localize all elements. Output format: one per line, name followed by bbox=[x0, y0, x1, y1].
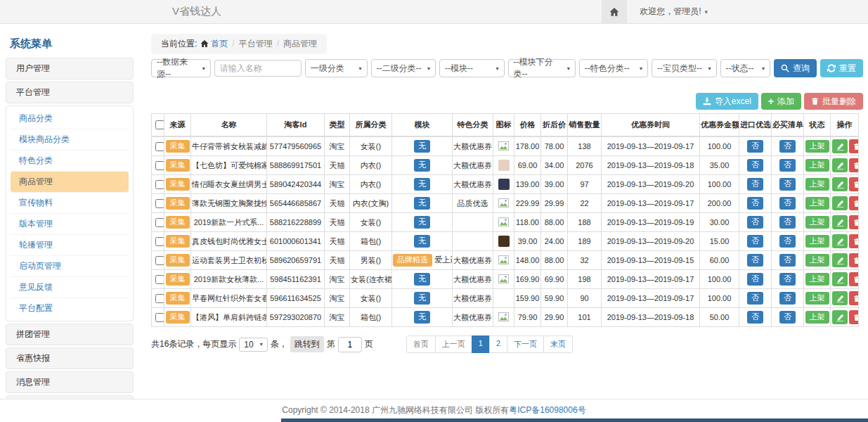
status-badge[interactable]: 上架 bbox=[805, 292, 829, 304]
import-select-toggle[interactable]: 否 bbox=[747, 254, 763, 266]
batch-delete-button[interactable]: 批量删除 bbox=[804, 93, 863, 110]
status-badge[interactable]: 上架 bbox=[805, 235, 829, 247]
sidebar-item[interactable]: 用户管理 bbox=[6, 58, 134, 79]
sidebar-subitem[interactable]: 模块商品分类 bbox=[11, 129, 129, 151]
filter-select[interactable]: --二级分类--▾ bbox=[371, 59, 436, 77]
must-buy-toggle[interactable]: 否 bbox=[779, 292, 796, 304]
sidebar-subitem[interactable]: 启动页管理 bbox=[11, 256, 129, 277]
row-checkbox[interactable] bbox=[155, 294, 164, 303]
must-buy-toggle[interactable]: 否 bbox=[779, 197, 796, 209]
sidebar-item[interactable]: 拼团管理 bbox=[6, 324, 134, 345]
sidebar-subitem[interactable]: 轮播管理 bbox=[11, 235, 129, 256]
must-buy-toggle[interactable]: 否 bbox=[779, 311, 796, 323]
delete-button[interactable] bbox=[849, 253, 859, 267]
must-buy-toggle[interactable]: 否 bbox=[779, 140, 796, 152]
status-badge[interactable]: 上架 bbox=[805, 254, 829, 266]
status-badge[interactable]: 上架 bbox=[805, 216, 829, 228]
sidebar-subitem[interactable]: 宣传物料 bbox=[11, 193, 129, 214]
filter-select[interactable]: --模块下分类--▾ bbox=[508, 59, 576, 77]
reset-button[interactable]: 重置 bbox=[820, 59, 863, 77]
status-badge[interactable]: 上架 bbox=[805, 273, 829, 285]
jump-button[interactable]: 跳转到 bbox=[290, 336, 324, 352]
row-checkbox[interactable] bbox=[155, 142, 164, 151]
page-button[interactable]: 末页 bbox=[543, 335, 573, 353]
import-select-toggle[interactable]: 否 bbox=[747, 216, 763, 228]
delete-button[interactable] bbox=[849, 196, 859, 210]
sidebar-item[interactable]: 消息管理 bbox=[6, 371, 134, 393]
import-select-toggle[interactable]: 否 bbox=[747, 140, 763, 152]
row-checkbox[interactable] bbox=[155, 237, 164, 246]
row-checkbox[interactable] bbox=[155, 199, 164, 208]
delete-button[interactable] bbox=[849, 158, 859, 172]
status-badge[interactable]: 上架 bbox=[805, 159, 829, 171]
delete-button[interactable] bbox=[849, 272, 859, 286]
edit-button[interactable] bbox=[832, 158, 848, 172]
delete-button[interactable] bbox=[849, 139, 859, 153]
per-page-select[interactable]: 10 ▾ bbox=[239, 338, 267, 352]
import-select-toggle[interactable]: 否 bbox=[747, 178, 763, 190]
must-buy-toggle[interactable]: 否 bbox=[779, 254, 796, 266]
import-select-toggle[interactable]: 否 bbox=[747, 311, 763, 323]
must-buy-toggle[interactable]: 否 bbox=[779, 178, 796, 190]
user-menu[interactable]: 欢迎您，管理员! ▾ bbox=[640, 6, 708, 18]
filter-select[interactable]: --状态--▾ bbox=[720, 59, 770, 77]
delete-button[interactable] bbox=[849, 234, 859, 248]
import-select-toggle[interactable]: 否 bbox=[747, 292, 763, 304]
page-button[interactable]: 2 bbox=[489, 335, 507, 353]
home-button[interactable] bbox=[602, 0, 627, 23]
add-button[interactable]: + 添加 bbox=[761, 93, 801, 110]
import-select-toggle[interactable]: 否 bbox=[747, 273, 763, 285]
name-search-input[interactable] bbox=[214, 60, 302, 77]
status-badge[interactable]: 上架 bbox=[805, 140, 829, 152]
page-button[interactable]: 1 bbox=[472, 335, 490, 353]
select-all-checkbox[interactable] bbox=[155, 120, 164, 129]
page-button[interactable]: 下一页 bbox=[507, 335, 544, 353]
edit-button[interactable] bbox=[832, 253, 848, 267]
sidebar-subitem[interactable]: 商品分类 bbox=[11, 108, 129, 129]
row-checkbox[interactable] bbox=[155, 275, 164, 284]
sidebar-subitem[interactable]: 平台配置 bbox=[11, 298, 129, 319]
status-badge[interactable]: 上架 bbox=[805, 197, 829, 209]
row-checkbox[interactable] bbox=[155, 161, 164, 170]
edit-button[interactable] bbox=[832, 215, 848, 229]
filter-select[interactable]: --模块--▾ bbox=[439, 59, 505, 77]
row-checkbox[interactable] bbox=[155, 218, 164, 227]
delete-button[interactable] bbox=[849, 215, 859, 229]
import-select-toggle[interactable]: 否 bbox=[747, 159, 763, 171]
row-checkbox[interactable] bbox=[155, 313, 164, 322]
row-checkbox[interactable] bbox=[155, 256, 164, 265]
must-buy-toggle[interactable]: 否 bbox=[779, 216, 796, 228]
edit-button[interactable] bbox=[832, 234, 848, 248]
edit-button[interactable] bbox=[832, 291, 848, 305]
import-select-toggle[interactable]: 否 bbox=[747, 197, 763, 209]
delete-button[interactable] bbox=[849, 310, 859, 324]
page-button[interactable]: 首页 bbox=[406, 335, 436, 353]
must-buy-toggle[interactable]: 否 bbox=[779, 235, 796, 247]
filter-select[interactable]: 一级分类▾ bbox=[305, 59, 368, 77]
icp-link[interactable]: 粤ICP备16098006号 bbox=[509, 405, 585, 415]
sidebar-subitem[interactable]: 商品管理 bbox=[11, 172, 129, 193]
sidebar-subitem[interactable]: 意见反馈 bbox=[11, 277, 129, 298]
breadcrumb-home-link[interactable]: 首页 bbox=[211, 39, 228, 49]
filter-select[interactable]: --宝贝类型--▾ bbox=[652, 59, 717, 77]
must-buy-toggle[interactable]: 否 bbox=[779, 273, 796, 285]
status-badge[interactable]: 上架 bbox=[805, 311, 829, 323]
search-button[interactable]: 查询 bbox=[774, 59, 817, 77]
edit-button[interactable] bbox=[832, 196, 848, 210]
filter-select[interactable]: --数据来源--▾ bbox=[151, 59, 211, 77]
jump-page-input[interactable] bbox=[338, 337, 362, 352]
edit-button[interactable] bbox=[832, 177, 848, 191]
sidebar-item[interactable]: 平台管理 bbox=[6, 82, 134, 103]
page-button[interactable]: 上一页 bbox=[435, 335, 472, 353]
import-select-toggle[interactable]: 否 bbox=[747, 235, 763, 247]
status-badge[interactable]: 上架 bbox=[805, 178, 829, 190]
sidebar-item[interactable]: 省惠快报 bbox=[6, 347, 134, 369]
filter-select[interactable]: --特色分类--▾ bbox=[579, 59, 648, 77]
edit-button[interactable] bbox=[832, 310, 848, 324]
sidebar-subitem[interactable]: 版本管理 bbox=[11, 214, 129, 235]
edit-button[interactable] bbox=[832, 139, 848, 153]
must-buy-toggle[interactable]: 否 bbox=[779, 159, 796, 171]
delete-button[interactable] bbox=[849, 291, 859, 305]
delete-button[interactable] bbox=[849, 177, 859, 191]
edit-button[interactable] bbox=[832, 272, 848, 286]
